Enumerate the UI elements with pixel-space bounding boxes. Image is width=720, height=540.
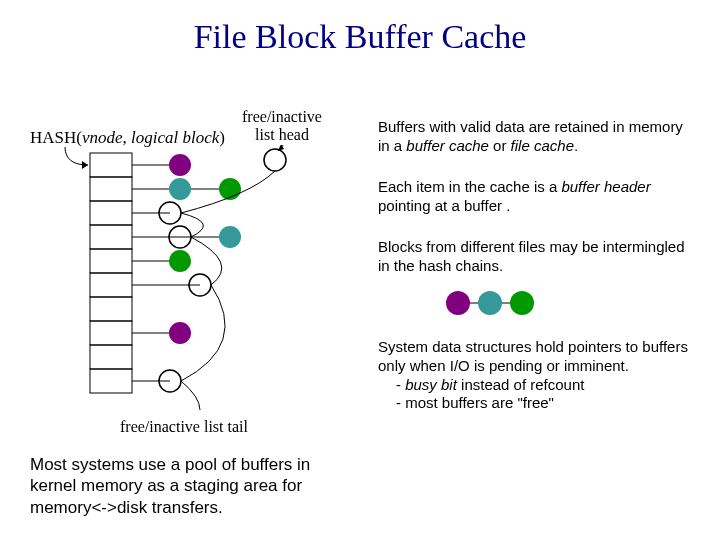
- svg-point-34: [478, 291, 502, 315]
- svg-rect-5: [90, 273, 132, 297]
- svg-point-35: [510, 291, 534, 315]
- svg-point-27: [169, 322, 191, 344]
- para-intermingled: Blocks from different files may be inter…: [378, 238, 698, 276]
- svg-rect-4: [90, 249, 132, 273]
- svg-rect-6: [90, 297, 132, 321]
- svg-point-33: [446, 291, 470, 315]
- svg-point-21: [219, 178, 241, 200]
- hash-diagram: [30, 145, 360, 425]
- color-legend-balls: [440, 288, 550, 318]
- svg-point-18: [264, 149, 286, 171]
- svg-rect-3: [90, 225, 132, 249]
- svg-rect-1: [90, 177, 132, 201]
- svg-point-20: [169, 178, 191, 200]
- para-system-pointers: System data structures hold pointers to …: [378, 338, 698, 413]
- free-list-head-label: free/inactivelist head: [232, 108, 332, 143]
- svg-rect-2: [90, 201, 132, 225]
- svg-rect-9: [90, 369, 132, 393]
- svg-marker-29: [82, 161, 88, 169]
- para-pool-of-buffers: Most systems use a pool of buffers in ke…: [30, 454, 350, 518]
- para-buffer-header: Each item in the cache is a buffer heade…: [378, 178, 698, 216]
- svg-rect-7: [90, 321, 132, 345]
- svg-point-25: [169, 250, 191, 272]
- page-title: File Block Buffer Cache: [0, 0, 720, 56]
- svg-point-24: [219, 226, 241, 248]
- svg-point-19: [169, 154, 191, 176]
- svg-rect-8: [90, 345, 132, 369]
- para-buffer-cache: Buffers with valid data are retained in …: [378, 118, 698, 156]
- free-list-tail-label: free/inactive list tail: [120, 418, 248, 436]
- svg-rect-0: [90, 153, 132, 177]
